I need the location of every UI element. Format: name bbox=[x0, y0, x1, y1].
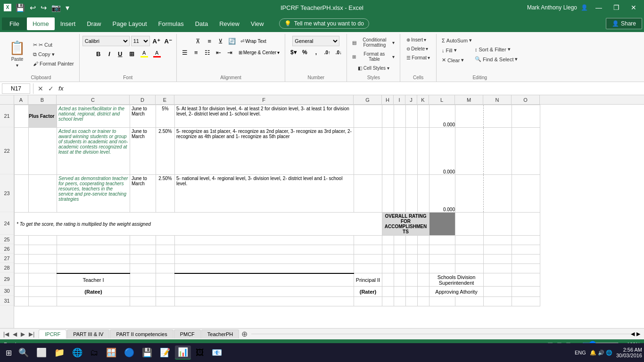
cell-23-n[interactable] bbox=[484, 175, 512, 213]
col-header-d[interactable]: D bbox=[130, 95, 156, 104]
cell-28-c[interactable] bbox=[57, 264, 130, 273]
cell-21-i[interactable] bbox=[394, 105, 406, 128]
cell-28-j[interactable] bbox=[406, 264, 418, 273]
copy-button[interactable]: ⧉ Copy ▾ bbox=[31, 50, 76, 59]
font-name-select[interactable]: Calibri bbox=[83, 36, 130, 46]
cell-23-d[interactable]: June to March bbox=[130, 175, 156, 213]
cell-31-k[interactable] bbox=[418, 297, 429, 306]
cell-30-h[interactable] bbox=[382, 287, 394, 297]
cell-21-k[interactable] bbox=[418, 105, 429, 128]
tell-me-bar[interactable]: 💡 Tell me what you want to do bbox=[279, 18, 369, 29]
wrap-text-button[interactable]: ⏎ Wrap Text bbox=[238, 36, 269, 46]
scroll-left-btn[interactable]: ◀ bbox=[631, 331, 635, 337]
cell-23-g[interactable] bbox=[354, 175, 382, 213]
center-align-button[interactable]: ≡ bbox=[191, 47, 201, 58]
redo-btn[interactable]: ↪ bbox=[39, 2, 48, 13]
cell-29-o[interactable] bbox=[512, 273, 540, 287]
grow-font-button[interactable]: A⁺ bbox=[151, 36, 162, 46]
cell-21-m[interactable] bbox=[455, 105, 484, 128]
cell-25-j[interactable] bbox=[406, 236, 418, 245]
cell-26-b[interactable] bbox=[29, 245, 57, 255]
cell-28-e[interactable] bbox=[156, 264, 175, 273]
cell-24-n[interactable] bbox=[484, 213, 512, 236]
cell-30-k[interactable] bbox=[418, 287, 429, 297]
col-header-c[interactable]: C bbox=[57, 95, 130, 104]
cell-24-m[interactable] bbox=[455, 213, 484, 236]
cell-26-l[interactable] bbox=[429, 245, 455, 255]
cell-31-l[interactable] bbox=[429, 297, 455, 306]
cell-29-a[interactable] bbox=[15, 273, 29, 287]
cell-25-l[interactable] bbox=[429, 236, 455, 245]
col-header-e[interactable]: E bbox=[156, 95, 174, 104]
formula-input[interactable] bbox=[67, 83, 642, 94]
cell-31-m[interactable] bbox=[455, 297, 484, 306]
cell-21-l[interactable]: 0.000 bbox=[429, 105, 455, 128]
cell-23-j[interactable] bbox=[406, 175, 418, 213]
clear-button[interactable]: ✕ Clear ▾ bbox=[439, 56, 466, 65]
row-num-30[interactable]: 30 bbox=[0, 286, 14, 296]
taskbar-word[interactable]: 📝 bbox=[157, 346, 173, 359]
format-cells-button[interactable]: ☰ Format ▾ bbox=[403, 54, 433, 62]
cell-23-k[interactable] bbox=[418, 175, 429, 213]
font-size-select[interactable]: 11 bbox=[131, 36, 150, 46]
grid-area[interactable]: Plus Factor Acted as trainer/facilitator… bbox=[14, 105, 644, 328]
menu-file[interactable]: File bbox=[2, 17, 27, 30]
row-num-23[interactable]: 23 bbox=[0, 174, 14, 212]
row-num-27[interactable]: 27 bbox=[0, 254, 14, 263]
bottom-align-button[interactable]: ⊻ bbox=[215, 36, 226, 46]
cell-25-m[interactable] bbox=[455, 236, 484, 245]
sort-filter-button[interactable]: ↕ Sort & Filter ▾ bbox=[472, 45, 513, 54]
sheet-tab-ipcrf[interactable]: IPCRF bbox=[39, 329, 66, 338]
col-header-l[interactable]: L bbox=[429, 95, 455, 104]
col-header-b[interactable]: B bbox=[28, 95, 57, 104]
fill-color-button[interactable]: A bbox=[139, 49, 150, 58]
cell-31-o[interactable] bbox=[512, 297, 540, 306]
cell-23-a[interactable] bbox=[15, 175, 29, 213]
cell-31-g[interactable] bbox=[354, 297, 382, 306]
last-sheet-btn[interactable]: ▶| bbox=[27, 330, 36, 338]
cell-28-g[interactable] bbox=[354, 264, 382, 273]
cell-21-c[interactable]: Acted as trainer/facilitator in the nati… bbox=[57, 105, 130, 128]
cell-30-n[interactable] bbox=[484, 287, 512, 297]
qa-dropdown-btn[interactable]: ▾ bbox=[64, 2, 71, 13]
cell-31-e[interactable] bbox=[156, 297, 175, 306]
cell-28-a[interactable] bbox=[15, 264, 29, 273]
format-painter-button[interactable]: 🖌 Format Painter bbox=[31, 59, 76, 68]
paste-button[interactable]: 📋 Paste ▾ bbox=[6, 38, 29, 70]
cell-23-l[interactable]: 0.000 bbox=[429, 175, 455, 213]
cell-31-n[interactable] bbox=[484, 297, 512, 306]
comma-button[interactable]: , bbox=[311, 47, 321, 58]
cell-26-f[interactable] bbox=[175, 245, 354, 255]
cell-26-d[interactable] bbox=[130, 245, 156, 255]
format-as-table-button[interactable]: ⊞ Format as Table ▾ bbox=[350, 50, 397, 63]
cell-27-h[interactable] bbox=[382, 255, 394, 264]
cell-30-g[interactable]: (Rater) bbox=[354, 287, 382, 297]
cell-26-o[interactable] bbox=[512, 245, 540, 255]
insert-function-btn[interactable]: fx bbox=[57, 85, 65, 92]
taskbar-excel[interactable]: 📊 bbox=[175, 346, 191, 360]
menu-data[interactable]: Data bbox=[190, 17, 214, 30]
italic-button[interactable]: I bbox=[104, 49, 115, 59]
cell-22-f[interactable]: 5- recognize as 1st placer, 4- recognize… bbox=[175, 128, 354, 175]
sheet-tab-part2-comp[interactable]: PART II competencies bbox=[110, 329, 173, 338]
cell-26-e[interactable] bbox=[156, 245, 175, 255]
cell-22-o[interactable] bbox=[512, 128, 540, 175]
cell-26-m[interactable] bbox=[455, 245, 484, 255]
cell-30-i[interactable] bbox=[394, 287, 406, 297]
middle-align-button[interactable]: ≡ bbox=[204, 36, 215, 46]
cell-29-b[interactable] bbox=[29, 273, 57, 287]
taskbar-db[interactable]: 💾 bbox=[139, 346, 155, 359]
cell-30-a[interactable] bbox=[15, 287, 29, 297]
next-sheet-btn[interactable]: ▶ bbox=[19, 330, 26, 338]
cell-24-g-overall[interactable]: OVERALL RATING FOR ACCOMPLISHMENTS bbox=[382, 213, 429, 236]
cell-27-n[interactable] bbox=[484, 255, 512, 264]
cell-28-d[interactable] bbox=[130, 264, 156, 273]
cell-22-e[interactable]: 2.50% bbox=[156, 128, 175, 175]
cell-28-b[interactable] bbox=[29, 264, 57, 273]
cell-30-d[interactable] bbox=[130, 287, 156, 297]
underline-button[interactable]: U bbox=[115, 49, 125, 59]
font-color-button[interactable]: A bbox=[151, 49, 163, 58]
cell-28-i[interactable] bbox=[394, 264, 406, 273]
borders-button[interactable]: ⊞ bbox=[127, 49, 137, 59]
taskbar-task-view[interactable]: ⬜ bbox=[33, 346, 50, 359]
